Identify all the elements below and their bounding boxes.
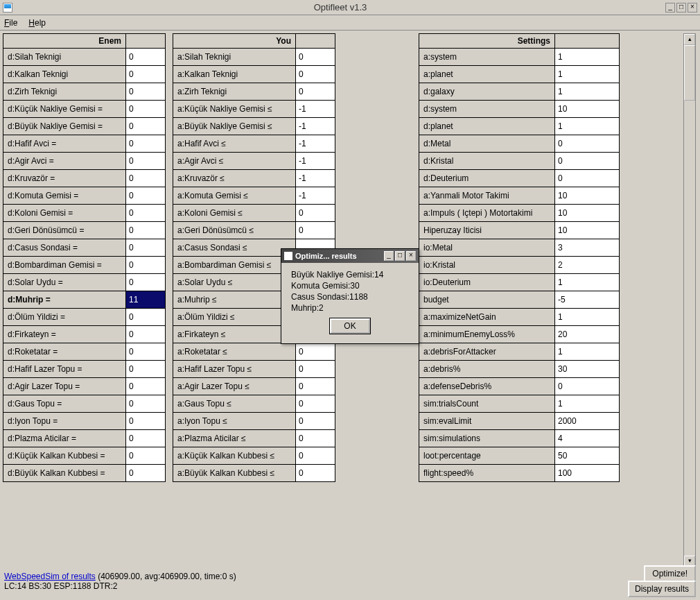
- data-row[interactable]: d:Kristal0: [419, 153, 620, 170]
- data-row[interactable]: a:minimumEnemyLoss%20: [419, 326, 620, 343]
- vertical-scrollbar[interactable]: ▴ ▾: [683, 33, 696, 567]
- row-value-input[interactable]: 0: [555, 135, 619, 152]
- data-row[interactable]: d:Silah Teknigi0: [3, 49, 166, 66]
- data-row[interactable]: d:Roketatar =0: [3, 343, 166, 361]
- data-row[interactable]: d:Gaus Topu =0: [3, 395, 166, 413]
- row-value-input[interactable]: 0: [126, 326, 165, 343]
- data-row[interactable]: d:system10: [419, 101, 620, 118]
- data-row[interactable]: d:Hafif Lazer Topu =0: [3, 361, 166, 378]
- data-row[interactable]: d:Agir Avci =0: [3, 153, 166, 170]
- data-row[interactable]: a:Plazma Aticilar ≤0: [173, 430, 335, 447]
- data-row[interactable]: sim:simulations4: [419, 430, 620, 447]
- data-row[interactable]: a:Küçük Kalkan Kubbesi ≤0: [173, 447, 335, 465]
- data-row[interactable]: a:debrisForAttacker1: [419, 343, 620, 361]
- row-value-input[interactable]: 0: [126, 170, 165, 187]
- row-value-input[interactable]: 0: [126, 187, 165, 204]
- data-row[interactable]: d:Zirh Teknigi0: [3, 83, 166, 101]
- data-row[interactable]: d:Metal0: [419, 135, 620, 153]
- row-value-input[interactable]: 1: [555, 395, 619, 412]
- row-value-input[interactable]: 0: [126, 101, 165, 117]
- data-row[interactable]: d:Küçük Nakliye Gemisi =0: [3, 101, 166, 118]
- data-row[interactable]: a:maximizeNetGain1: [419, 309, 620, 326]
- row-value-input[interactable]: 0: [296, 361, 335, 377]
- row-value-input[interactable]: 0: [126, 83, 165, 100]
- row-value-input[interactable]: 10: [555, 101, 619, 117]
- row-value-input[interactable]: 0: [126, 49, 165, 65]
- data-row[interactable]: a:system1: [419, 49, 620, 66]
- row-value-input[interactable]: 50: [555, 447, 619, 464]
- row-value-input[interactable]: -1: [296, 187, 335, 204]
- data-row[interactable]: d:Muhrip =11: [3, 291, 166, 309]
- row-value-input[interactable]: 100: [555, 465, 619, 481]
- menu-help[interactable]: Help: [28, 18, 46, 28]
- data-row[interactable]: sim:evalLimit2000: [419, 413, 620, 430]
- row-value-input[interactable]: 0: [296, 222, 335, 239]
- data-row[interactable]: a:Hafif Lazer Topu ≤0: [173, 361, 335, 378]
- row-value-input[interactable]: -1: [296, 153, 335, 169]
- scroll-up-button[interactable]: ▴: [684, 34, 695, 45]
- row-value-input[interactable]: 0: [126, 135, 165, 152]
- row-value-input[interactable]: 10: [555, 187, 619, 204]
- data-row[interactable]: a:Yanmali Motor Takimi10: [419, 187, 620, 205]
- row-value-input[interactable]: 1: [555, 118, 619, 135]
- data-row[interactable]: a:Gaus Topu ≤0: [173, 395, 335, 413]
- dialog-maximize-button[interactable]: □: [395, 251, 405, 261]
- data-row[interactable]: io:Kristal2: [419, 257, 620, 274]
- data-row[interactable]: d:Deuterium0: [419, 170, 620, 187]
- data-row[interactable]: io:Deuterium1: [419, 274, 620, 291]
- data-row[interactable]: a:Kalkan Teknigi0: [173, 66, 335, 83]
- data-row[interactable]: a:Kruvazör ≤-1: [173, 170, 335, 187]
- dialog-titlebar[interactable]: Optimiz... results _ □ ×: [281, 249, 419, 263]
- row-value-input[interactable]: 2: [555, 257, 619, 273]
- data-row[interactable]: d:Casus Sondasi =0: [3, 239, 166, 257]
- maximize-button[interactable]: □: [676, 3, 686, 12]
- row-value-input[interactable]: 0: [126, 395, 165, 412]
- row-value-input[interactable]: 1: [555, 83, 619, 100]
- row-value-input[interactable]: 1: [555, 309, 619, 325]
- row-value-input[interactable]: -1: [296, 170, 335, 187]
- data-row[interactable]: d:Geri Dönüsümcü =0: [3, 222, 166, 239]
- data-row[interactable]: d:Solar Uydu =0: [3, 274, 166, 291]
- row-value-input[interactable]: 0: [126, 274, 165, 291]
- data-row[interactable]: a:Koloni Gemisi ≤0: [173, 205, 335, 222]
- row-value-input[interactable]: 0: [126, 66, 165, 83]
- row-value-input[interactable]: 30: [555, 361, 619, 377]
- row-value-input[interactable]: 0: [126, 257, 165, 273]
- row-value-input[interactable]: 0: [296, 205, 335, 221]
- row-value-input[interactable]: 11: [126, 291, 165, 308]
- data-row[interactable]: d:Bombardiman Gemisi =0: [3, 257, 166, 274]
- row-value-input[interactable]: -1: [296, 101, 335, 117]
- data-row[interactable]: a:Büyük Nakliye Gemisi ≤-1: [173, 118, 335, 135]
- data-row[interactable]: sim:trialsCount1: [419, 395, 620, 413]
- data-row[interactable]: d:Komuta Gemisi =0: [3, 187, 166, 205]
- dialog-close-button[interactable]: ×: [406, 251, 416, 261]
- row-value-input[interactable]: 0: [555, 153, 619, 169]
- display-results-button[interactable]: Display results: [628, 581, 696, 597]
- row-value-input[interactable]: 0: [296, 378, 335, 395]
- data-row[interactable]: a:Küçük Nakliye Gemisi ≤-1: [173, 101, 335, 118]
- row-value-input[interactable]: 0: [126, 205, 165, 221]
- websim-link[interactable]: WebSpeedSim of results: [4, 572, 96, 581]
- data-row[interactable]: a:Agir Lazer Topu ≤0: [173, 378, 335, 395]
- data-row[interactable]: d:Koloni Gemisi =0: [3, 205, 166, 222]
- data-row[interactable]: io:Metal3: [419, 239, 620, 257]
- row-value-input[interactable]: 1: [555, 66, 619, 83]
- data-row[interactable]: d:Hafif Avci =0: [3, 135, 166, 153]
- data-row[interactable]: budget-5: [419, 291, 620, 309]
- row-value-input[interactable]: 0: [296, 66, 335, 83]
- row-value-input[interactable]: 0: [126, 465, 165, 481]
- row-value-input[interactable]: 0: [126, 361, 165, 377]
- data-row[interactable]: a:Geri Dönüsümcü ≤0: [173, 222, 335, 239]
- row-value-input[interactable]: 0: [126, 447, 165, 464]
- data-row[interactable]: d:Küçük Kalkan Kubbesi =0: [3, 447, 166, 465]
- data-row[interactable]: loot:percentage50: [419, 447, 620, 465]
- data-row[interactable]: flight:speed%100: [419, 465, 620, 482]
- row-value-input[interactable]: 0: [126, 343, 165, 360]
- optimize-button[interactable]: Optimize!: [644, 565, 696, 582]
- row-value-input[interactable]: 0: [126, 118, 165, 135]
- data-row[interactable]: Hiperuzay Iticisi10: [419, 222, 620, 239]
- data-row[interactable]: a:Iyon Topu ≤0: [173, 413, 335, 430]
- data-row[interactable]: d:Kalkan Teknigi0: [3, 66, 166, 83]
- row-value-input[interactable]: 0: [126, 153, 165, 169]
- row-value-input[interactable]: 10: [555, 222, 619, 239]
